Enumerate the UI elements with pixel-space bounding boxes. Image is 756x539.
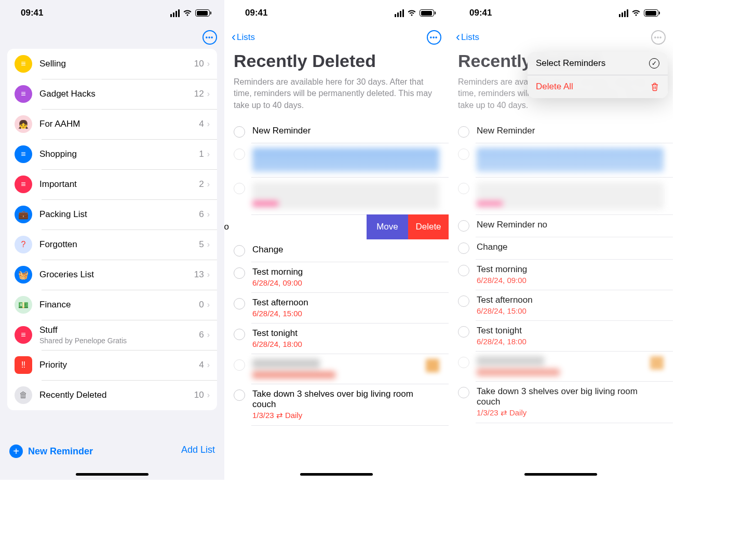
menu-select-reminders[interactable]: Select Reminders ✓ [528, 52, 668, 75]
complete-circle[interactable] [458, 326, 469, 338]
complete-circle[interactable] [458, 265, 469, 276]
list-row[interactable]: ≡ Stuff Shared by Penelope Gratis 6 › [7, 320, 217, 350]
status-icons [619, 9, 658, 17]
reminder-row[interactable]: New Reminder [224, 120, 449, 143]
complete-circle[interactable] [234, 298, 245, 309]
swipe-delete-button[interactable]: Delete [408, 214, 449, 239]
list-row[interactable]: 🗑 Recently Deleted 10 › [7, 380, 217, 410]
nav-bar: ••• [0, 26, 224, 49]
complete-circle[interactable] [458, 242, 469, 254]
more-button[interactable]: ••• [651, 30, 666, 45]
battery-icon [644, 9, 658, 17]
new-reminder-button[interactable]: + New Reminder [9, 444, 93, 458]
complete-circle[interactable] [234, 126, 245, 138]
add-list-button[interactable]: Add List [181, 444, 215, 455]
list-name: Priority [39, 360, 199, 370]
reminder-meta: 6/28/24, 09:00 [477, 276, 664, 285]
list-row[interactable]: ‼ Priority 4 › [7, 350, 217, 380]
reminder-row-swiped[interactable]: no Move Delete [224, 214, 449, 239]
list-count: 2 [199, 179, 204, 190]
list-row[interactable]: ? Forgotten 5 › [7, 230, 217, 260]
page-subtitle: Reminders are available here for 30 days… [224, 76, 449, 120]
new-reminder-label: New Reminder [28, 446, 93, 457]
reminder-row[interactable]: Take down 3 shelves over big living room… [224, 384, 449, 425]
complete-circle[interactable] [234, 389, 245, 401]
wifi-icon [407, 9, 416, 17]
list-icon: ≡ [15, 326, 32, 344]
complete-circle[interactable] [234, 245, 245, 257]
list-row[interactable]: 💼 Packing List 6 › [7, 199, 217, 230]
list-icon: 🧺 [15, 266, 32, 284]
reminders-list: New Reminder no Move Delete Change Test … [224, 120, 449, 425]
reminder-row[interactable]: New Reminder no [449, 214, 673, 237]
list-name: Stuff [39, 325, 199, 335]
reminder-row[interactable]: Take down 3 shelves over big living room… [449, 381, 673, 423]
list-icon: ≡ [15, 145, 32, 163]
reminder-row-blurred [449, 143, 673, 177]
reminder-row[interactable]: Test morning 6/28/24, 09:00 [224, 262, 449, 292]
list-count: 1 [199, 149, 204, 159]
list-row[interactable]: ≡ Selling 10 › [7, 49, 217, 79]
list-icon: 💼 [15, 206, 32, 223]
reminder-row[interactable]: Test tonight 6/28/24, 18:00 [449, 320, 673, 351]
chevron-right-icon: › [207, 119, 210, 129]
complete-circle[interactable] [458, 295, 469, 307]
reminder-partial-text: no [224, 214, 367, 239]
battery-icon [420, 9, 434, 17]
list-name: Forgotten [39, 239, 199, 250]
list-row[interactable]: ≡ Shopping 1 › [7, 139, 217, 169]
reminder-meta: 6/28/24, 15:00 [252, 309, 439, 318]
complete-circle[interactable] [234, 329, 245, 340]
complete-circle[interactable] [234, 267, 245, 279]
list-icon: ‼ [15, 356, 32, 374]
reminder-row[interactable]: Test afternoon 6/28/24, 15:00 [224, 292, 449, 323]
chevron-right-icon: › [207, 270, 210, 279]
list-row[interactable]: ≡ Gadget Hacks 12 › [7, 79, 217, 109]
complete-circle[interactable] [458, 220, 469, 232]
clock: 09:41 [245, 8, 267, 18]
reminder-title: Test morning [477, 264, 664, 275]
reminder-meta: 1/3/23⇄ Daily [477, 408, 664, 417]
reminder-row[interactable]: Test afternoon 6/28/24, 15:00 [449, 290, 673, 320]
reminder-row[interactable]: New Reminder [449, 120, 673, 143]
more-button[interactable]: ••• [427, 30, 441, 45]
back-button[interactable]: ‹Lists [456, 32, 479, 43]
more-button[interactable]: ••• [203, 30, 217, 45]
complete-circle[interactable] [458, 387, 469, 398]
list-count: 6 [199, 209, 204, 220]
chevron-right-icon: › [207, 390, 210, 400]
back-label: Lists [461, 32, 479, 43]
menu-delete-all[interactable]: Delete All [528, 75, 668, 98]
list-count: 4 [199, 360, 204, 370]
chevron-right-icon: › [207, 300, 210, 309]
back-button[interactable]: ‹Lists [232, 32, 255, 43]
list-row[interactable]: ≡ Important 2 › [7, 169, 217, 199]
check-circle-icon: ✓ [649, 58, 659, 69]
list-row[interactable]: 👧 For AAHM 4 › [7, 109, 217, 139]
reminder-title: Test morning [252, 267, 439, 277]
reminder-meta: 6/28/24, 18:00 [477, 337, 664, 346]
swipe-move-button[interactable]: Move [367, 214, 408, 239]
complete-circle[interactable] [458, 126, 469, 138]
reminder-row[interactable]: Test morning 6/28/24, 09:00 [449, 259, 673, 290]
list-row[interactable]: 💵 Finance 0 › [7, 290, 217, 320]
reminder-meta: 6/28/24, 09:00 [252, 278, 439, 287]
reminder-row-blurred [224, 143, 449, 177]
menu-label: Select Reminders [536, 58, 605, 69]
list-count: 4 [199, 119, 204, 129]
status-icons [395, 9, 434, 17]
list-row[interactable]: 🧺 Groceries List 13 › [7, 260, 217, 290]
clock: 09:41 [21, 8, 43, 18]
nav-bar: ‹Lists ••• [224, 26, 449, 49]
reminder-row[interactable]: Change [224, 239, 449, 262]
list-name: Groceries List [39, 270, 194, 280]
cell-signal-icon [395, 9, 404, 17]
menu-label: Delete All [536, 82, 573, 92]
chevron-left-icon: ‹ [232, 31, 236, 43]
reminder-row[interactable]: Test tonight 6/28/24, 18:00 [224, 323, 449, 354]
reminder-meta: 6/28/24, 15:00 [477, 306, 664, 315]
reminder-row[interactable]: Change [449, 237, 673, 259]
list-name: For AAHM [39, 119, 199, 129]
chevron-left-icon: ‹ [456, 31, 460, 43]
list-icon: ≡ [15, 55, 32, 73]
